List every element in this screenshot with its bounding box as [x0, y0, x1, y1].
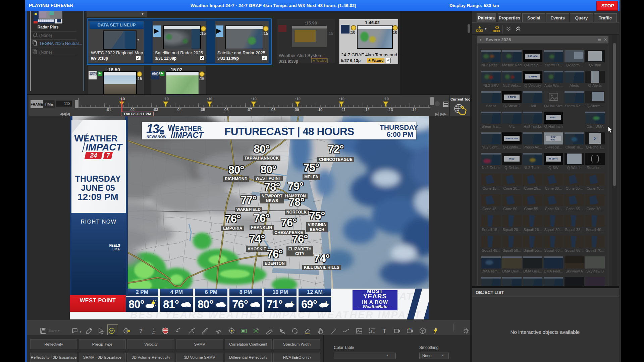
- svg-text:AIR: AIR: [152, 333, 155, 335]
- svg-text:T: T: [371, 329, 373, 333]
- svg-text:?: ?: [139, 328, 143, 334]
- svg-text:T: T: [383, 328, 386, 334]
